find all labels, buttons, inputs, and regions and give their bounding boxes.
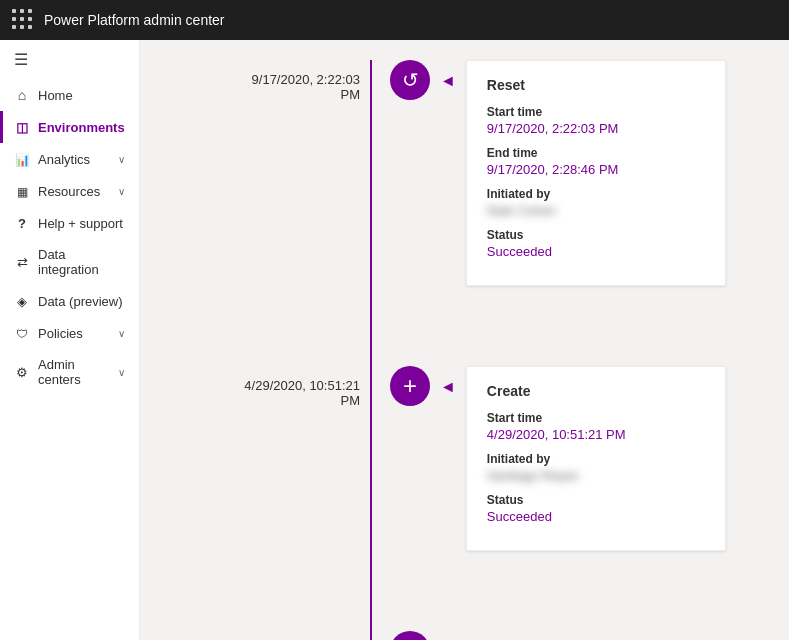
sidebar-item-help[interactable]: Help + support — [0, 207, 139, 239]
sidebar-item-home[interactable]: Home — [0, 79, 139, 111]
field-value-start-time: 4/29/2020, 10:51:21 PM — [487, 427, 705, 442]
star-icon-circle: ☆ — [390, 631, 430, 640]
reset-icon: ↺ — [402, 68, 419, 92]
help-icon — [14, 215, 30, 231]
timeline: 9/17/2020, 2:22:03 PM ↺ ◄ Reset Start ti… — [170, 60, 759, 640]
field-label: Start time — [487, 411, 705, 425]
sidebar-item-admin-centers[interactable]: Admin centers ∨ — [0, 349, 139, 395]
topbar: Power Platform admin center — [0, 0, 789, 40]
sidebar-item-data-integration[interactable]: Data integration — [0, 239, 139, 285]
timeline-entry-star: ☆ — [230, 631, 759, 640]
main-layout: ☰ Home Environments Analytics ∨ Resource… — [0, 40, 789, 640]
chevron-down-icon: ∨ — [118, 328, 125, 339]
sidebar-item-environments[interactable]: Environments — [0, 111, 139, 143]
sidebar-item-label: Home — [38, 88, 73, 103]
hamburger-button[interactable]: ☰ — [0, 40, 139, 79]
field-start-time: Start time 9/17/2020, 2:22:03 PM — [487, 105, 705, 136]
home-icon — [14, 87, 30, 103]
environments-icon — [14, 119, 30, 135]
field-value-start-time: 9/17/2020, 2:22:03 PM — [487, 121, 705, 136]
timeline-date: 4/29/2020, 10:51:21 PM — [230, 366, 390, 408]
sidebar-item-policies[interactable]: Policies ∨ — [0, 317, 139, 349]
timeline-node-reset: ↺ — [390, 60, 430, 100]
main-content: 9/17/2020, 2:22:03 PM ↺ ◄ Reset Start ti… — [140, 40, 789, 640]
timeline-entry-reset: 9/17/2020, 2:22:03 PM ↺ ◄ Reset Start ti… — [230, 60, 759, 286]
chevron-down-icon: ∨ — [118, 154, 125, 165]
sidebar-item-analytics[interactable]: Analytics ∨ — [0, 143, 139, 175]
timeline-arrow: ◄ — [430, 60, 466, 90]
sidebar-item-label: Data (preview) — [38, 294, 123, 309]
policies-icon — [14, 325, 30, 341]
sidebar-item-label: Data integration — [38, 247, 125, 277]
timeline-card-create: Create Start time 4/29/2020, 10:51:21 PM… — [466, 366, 726, 551]
sidebar-item-data-preview[interactable]: Data (preview) — [0, 285, 139, 317]
data-integration-icon — [14, 254, 30, 270]
create-icon-circle: + — [390, 366, 430, 406]
field-end-time: End time 9/17/2020, 2:28:46 PM — [487, 146, 705, 177]
field-initiated-by: Initiated by Nate Cohen — [487, 187, 705, 218]
field-label: Status — [487, 493, 705, 507]
data-preview-icon — [14, 293, 30, 309]
field-label: Status — [487, 228, 705, 242]
timeline-card-reset: Reset Start time 9/17/2020, 2:22:03 PM E… — [466, 60, 726, 286]
app-title: Power Platform admin center — [44, 12, 225, 28]
field-status: Status Succeeded — [487, 493, 705, 524]
timeline-node-create: + — [390, 366, 430, 406]
field-value-status: Succeeded — [487, 244, 705, 259]
sidebar-item-resources[interactable]: Resources ∨ — [0, 175, 139, 207]
sidebar-item-label: Admin centers — [38, 357, 110, 387]
field-value-status: Succeeded — [487, 509, 705, 524]
sidebar-item-label: Help + support — [38, 216, 123, 231]
timeline-arrow: ◄ — [430, 366, 466, 396]
sidebar-item-label: Policies — [38, 326, 83, 341]
analytics-icon — [14, 151, 30, 167]
app-grid-icon[interactable] — [12, 9, 34, 31]
chevron-down-icon: ∨ — [118, 367, 125, 378]
timeline-entry-create: 4/29/2020, 10:51:21 PM + ◄ Create Start … — [230, 366, 759, 551]
sidebar-item-label: Environments — [38, 120, 125, 135]
admin-centers-icon — [14, 364, 30, 380]
field-label: End time — [487, 146, 705, 160]
field-label: Initiated by — [487, 452, 705, 466]
card-title: Create — [487, 383, 705, 399]
field-value-initiated-by: Santiago Reyes — [487, 468, 705, 483]
field-initiated-by: Initiated by Santiago Reyes — [487, 452, 705, 483]
reset-icon-circle: ↺ — [390, 60, 430, 100]
create-icon: + — [403, 372, 417, 400]
field-value-initiated-by: Nate Cohen — [487, 203, 705, 218]
timeline-node-star: ☆ — [390, 631, 430, 640]
field-label: Start time — [487, 105, 705, 119]
sidebar-item-label: Resources — [38, 184, 100, 199]
chevron-down-icon: ∨ — [118, 186, 125, 197]
card-title: Reset — [487, 77, 705, 93]
sidebar-item-label: Analytics — [38, 152, 90, 167]
timeline-date: 9/17/2020, 2:22:03 PM — [230, 60, 390, 102]
field-status: Status Succeeded — [487, 228, 705, 259]
field-start-time: Start time 4/29/2020, 10:51:21 PM — [487, 411, 705, 442]
resources-icon — [14, 183, 30, 199]
field-value-end-time: 9/17/2020, 2:28:46 PM — [487, 162, 705, 177]
field-label: Initiated by — [487, 187, 705, 201]
sidebar: ☰ Home Environments Analytics ∨ Resource… — [0, 40, 140, 640]
